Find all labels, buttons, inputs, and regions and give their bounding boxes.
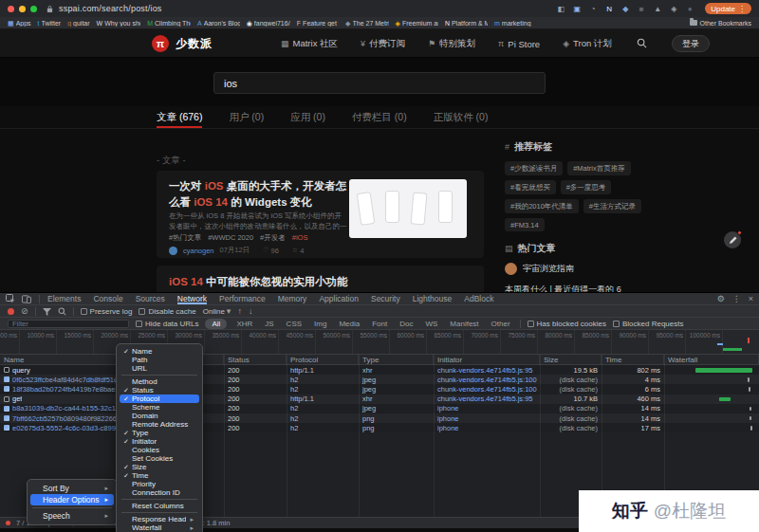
network-request-row[interactable]: 0f6c523ffcbe4af84d4c7db8fdf51c09.jpg?ima… xyxy=(0,375,759,384)
article-tag[interactable]: #iOS xyxy=(292,233,308,243)
sspai-logo[interactable]: π 少数派 xyxy=(152,35,213,52)
filter-chip-css[interactable]: CSS xyxy=(284,319,305,329)
menu-item-reset-columns[interactable]: Reset Columns xyxy=(120,502,199,510)
search-input[interactable] xyxy=(213,72,546,94)
bookmark-item[interactable]: mmarketing xyxy=(494,20,531,27)
menu-item-connection-id[interactable]: Connection ID xyxy=(120,488,199,497)
menu-item-sort-by[interactable]: Sort By▸ xyxy=(30,483,114,494)
blocked-cookies-checkbox[interactable] xyxy=(528,321,534,327)
network-request-row[interactable]: b8a31039-db2c-ca44-b155-32c1b54af4f8.jpg… xyxy=(0,404,759,413)
menu-item-scheme[interactable]: Scheme xyxy=(120,403,199,412)
menu-item-initiator[interactable]: ✓Initiator xyxy=(120,437,199,446)
write-article-button[interactable] xyxy=(724,231,741,248)
article-tag[interactable]: #WWDC 2020 xyxy=(208,233,253,243)
extension-icon[interactable]: N xyxy=(603,3,615,14)
result-tab[interactable]: 用户 (0) xyxy=(229,106,264,128)
recommended-tag[interactable]: #多一度思考 xyxy=(561,180,612,194)
throttling-select[interactable]: Online ▾ xyxy=(203,307,231,316)
bookmark-item[interactable]: NPlatform & Market... xyxy=(445,20,488,27)
preserve-log-toggle[interactable]: Preserve log xyxy=(81,307,133,316)
blocked-requests-toggle[interactable]: Blocked Requests xyxy=(613,320,683,328)
menu-item-method[interactable]: Method xyxy=(120,377,199,386)
column-header-type[interactable]: Type xyxy=(359,355,434,364)
extension-icon[interactable]: ◆ xyxy=(620,3,631,14)
column-header-waterfall[interactable]: Waterfall xyxy=(664,355,759,364)
recommended-tag[interactable]: #Matrix首页推荐 xyxy=(567,161,631,175)
menu-item-speech[interactable]: Speech▸ xyxy=(30,510,114,522)
devtools-tab-network[interactable]: Network xyxy=(177,293,207,304)
article-tag[interactable]: #开发者 xyxy=(260,233,286,243)
blocked-requests-checkbox[interactable] xyxy=(613,321,620,327)
menu-item-priority[interactable]: Priority xyxy=(120,480,199,488)
extension-icon[interactable]: ◈ xyxy=(668,3,679,14)
network-request-row[interactable]: 18f38bad2b0724fb4419b7e8bae24bd8e.jpg?im… xyxy=(0,384,759,394)
menu-item-remote-address[interactable]: Remote Address xyxy=(120,420,199,429)
nav-item[interactable]: ¥付费订阅 xyxy=(361,38,405,50)
settings-gear-icon[interactable]: ⚙ xyxy=(717,294,725,303)
address-bar-url[interactable]: sspai.com/search/post/ios xyxy=(59,4,162,13)
bookmark-item[interactable]: MClimbing The Wro... xyxy=(147,20,191,27)
nav-item[interactable]: ▦Matrix 社区 xyxy=(281,38,338,50)
kebab-menu-icon[interactable]: ⋮ xyxy=(732,294,741,303)
network-request-row[interactable]: query200http/1.1xhrchunk-vendors.4e714fb… xyxy=(0,365,759,375)
menu-item-path[interactable]: Path xyxy=(120,356,199,364)
network-request-row[interactable]: e02675d3-5552-4c6c-03d3-c899b18117b0.png… xyxy=(0,423,759,432)
preserve-log-checkbox[interactable] xyxy=(81,308,87,315)
bookmark-item[interactable]: tTwitter xyxy=(38,20,62,27)
bookmark-item[interactable]: ◉fangwei716/30-da... xyxy=(247,20,290,27)
article-card[interactable]: 一次对 iOS 桌面的大手术，开发者怎么看 iOS 14 的 Widgets 变… xyxy=(157,171,484,258)
menu-item-status[interactable]: ✓Status xyxy=(120,386,199,394)
filter-chip-xhr[interactable]: XHR xyxy=(233,319,255,329)
bookmark-item[interactable]: WWhy you should b... xyxy=(97,20,141,27)
article-title-1[interactable]: 一次对 iOS 桌面的大手术，开发者怎么看 iOS 14 的 Widgets 变… xyxy=(169,178,347,210)
hide-data-urls-toggle[interactable]: Hide data URLs xyxy=(136,320,198,328)
extension-icon[interactable]: ◔ xyxy=(587,3,599,14)
devtools-tab-console[interactable]: Console xyxy=(93,293,122,304)
menu-item-response-headers[interactable]: Response Headers▸ xyxy=(120,515,199,523)
column-header-time[interactable]: Time xyxy=(602,355,664,364)
recommended-tag[interactable]: #我的2010年代清单 xyxy=(505,199,579,213)
chrome-update-button[interactable]: Update ⋮ xyxy=(705,3,751,14)
menu-item-cookies[interactable]: Cookies xyxy=(120,446,199,454)
extension-icon[interactable]: ▣ xyxy=(571,3,583,14)
login-button[interactable]: 登录 xyxy=(672,35,710,52)
network-overview[interactable]: 5000 ms10000 ms15000 ms20000 ms25000 ms3… xyxy=(0,330,759,355)
close-window-button[interactable] xyxy=(8,6,14,12)
import-har-icon[interactable]: ↑ xyxy=(237,307,242,316)
bookmark-item[interactable]: gguitar xyxy=(67,20,89,27)
result-tab[interactable]: 文章 (676) xyxy=(157,106,202,128)
network-request-row[interactable]: get200http/1.1xhrchunk-vendors.4e714fb5.… xyxy=(0,394,759,404)
bookmark-item[interactable]: ◈Freemium and Fre... xyxy=(396,20,438,27)
extension-icon[interactable]: ▲ xyxy=(652,3,663,14)
recommended-tag[interactable]: #少数派读书月 xyxy=(505,161,563,175)
disable-cache-toggle[interactable]: Disable cache xyxy=(139,307,195,316)
bookmark-item[interactable]: ▦Apps xyxy=(8,20,31,27)
devtools-tab-security[interactable]: Security xyxy=(371,293,400,304)
filter-chip-js[interactable]: JS xyxy=(262,319,276,329)
column-header-size[interactable]: Size xyxy=(540,355,602,364)
menu-item-protocol[interactable]: ✓Protocol xyxy=(120,394,199,403)
ssl-lock-icon[interactable] xyxy=(46,0,53,17)
article-thumbnail[interactable] xyxy=(349,179,467,238)
hide-data-urls-checkbox[interactable] xyxy=(136,321,142,327)
export-har-icon[interactable]: ↓ xyxy=(249,307,253,316)
clear-button[interactable]: ⊘ xyxy=(21,307,28,316)
menu-item-header-options[interactable]: Header Options▸ xyxy=(30,494,114,505)
bookmark-item[interactable]: ◆The 27 Metrics in... xyxy=(345,20,388,27)
menu-item-time[interactable]: ✓Time xyxy=(120,471,199,480)
column-header-protocol[interactable]: Protocol xyxy=(287,355,359,364)
filter-chip-font[interactable]: Font xyxy=(369,319,390,329)
recommended-tag[interactable]: #FM3.14 xyxy=(505,218,545,231)
extension-icon[interactable]: ◧ xyxy=(555,3,566,14)
network-request-row[interactable]: 7bff662cb5257b0809480f982266bf5b7f9.png?… xyxy=(0,413,759,423)
filter-chip-manifest[interactable]: Manifest xyxy=(447,319,481,329)
nav-item[interactable]: πPi Store xyxy=(498,39,540,49)
fullscreen-window-button[interactable] xyxy=(30,6,37,12)
avatar[interactable] xyxy=(169,247,177,255)
devtools-tab-memory[interactable]: Memory xyxy=(278,293,307,304)
column-header-initiator[interactable]: Initiator xyxy=(434,355,540,364)
devtools-tab-sources[interactable]: Sources xyxy=(136,293,165,304)
extension-icon[interactable]: ● xyxy=(684,3,695,14)
menu-item-waterfall[interactable]: Waterfall▸ xyxy=(120,523,199,532)
other-bookmarks-button[interactable]: Other Bookmarks xyxy=(690,20,751,27)
